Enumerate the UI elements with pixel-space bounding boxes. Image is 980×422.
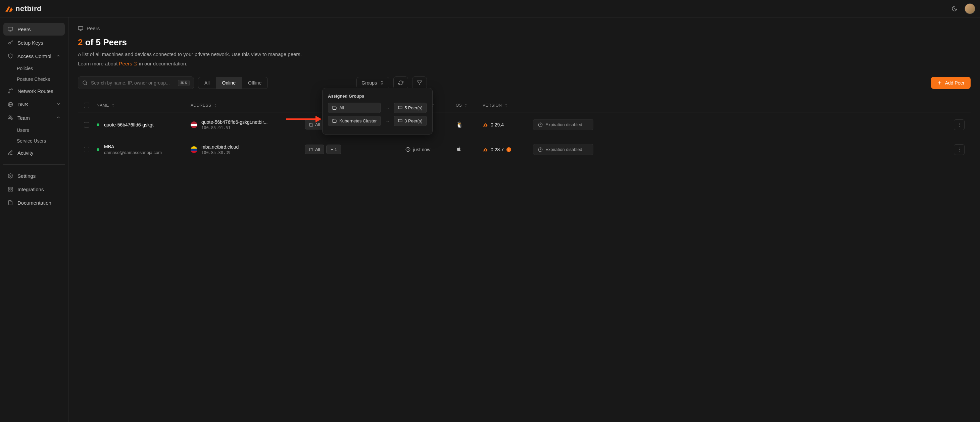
folder-icon	[332, 106, 337, 110]
sort-icon	[464, 103, 468, 107]
pencil-icon	[7, 150, 13, 155]
more-vertical-icon	[956, 122, 962, 127]
sidebar-item-integrations[interactable]: Integrations	[3, 183, 65, 195]
col-version[interactable]: VERSION	[483, 103, 533, 108]
status-online-icon	[97, 124, 99, 126]
folder-icon	[309, 148, 313, 152]
group-extra-chip[interactable]: + 1	[326, 144, 341, 154]
svg-rect-25	[398, 106, 402, 109]
count-suffix: Peers	[103, 37, 127, 47]
toolbar: ⌘ K All Online Offline Groups Add Peer	[78, 76, 970, 89]
group-chip[interactable]: All	[305, 144, 324, 154]
row-actions-button[interactable]	[954, 119, 964, 130]
docs-link[interactable]: Peers	[119, 61, 138, 67]
sidebar-item-access-control[interactable]: Access Control	[3, 50, 65, 62]
arrow-icon: →	[385, 118, 390, 124]
sidebar-sub-users[interactable]: Users	[3, 125, 65, 135]
page-description-2: Learn more about Peers in our documentat…	[78, 60, 970, 68]
route-icon	[7, 88, 13, 94]
popover-row: All → 5 Peer(s)	[328, 103, 427, 113]
filter-button[interactable]	[412, 76, 427, 89]
svg-rect-0	[8, 27, 13, 30]
doc-icon	[7, 200, 13, 206]
status-online-icon	[97, 148, 99, 151]
sidebar-item-label: Peers	[18, 27, 30, 32]
sidebar-item-documentation[interactable]: Documentation	[3, 196, 65, 209]
row-actions-button[interactable]	[954, 144, 964, 155]
svg-point-31	[959, 126, 959, 127]
sidebar-sub-posture-checks[interactable]: Posture Checks	[3, 74, 65, 84]
shield-icon	[7, 53, 13, 59]
user-avatar[interactable]	[964, 3, 975, 14]
brand-logo[interactable]: netbird	[5, 4, 41, 13]
filtered-count: 2	[78, 37, 83, 47]
svg-point-20	[83, 81, 87, 84]
monitor-icon	[78, 26, 83, 31]
key-icon	[7, 40, 13, 46]
sidebar-item-settings[interactable]: Settings	[3, 170, 65, 182]
svg-line-19	[135, 62, 137, 64]
assigned-groups-popover: Assigned Groups All → 5 Peer(s) Kubernet…	[322, 88, 433, 135]
sidebar-item-label: Setup Keys	[18, 40, 43, 46]
clock-icon	[406, 147, 410, 152]
expiration-chip[interactable]: Expiration disabled	[533, 119, 593, 130]
sidebar-item-team[interactable]: Team	[3, 111, 65, 124]
sort-icon	[213, 103, 218, 107]
refresh-icon	[398, 80, 403, 86]
version-value: 0.29.4	[491, 122, 504, 127]
refresh-button[interactable]	[393, 76, 408, 89]
folder-icon	[309, 123, 313, 127]
chevron-up-icon	[56, 115, 61, 121]
sidebar-sub-service-users[interactable]: Service Users	[3, 135, 65, 146]
col-address[interactable]: ADDRESS	[191, 103, 305, 108]
apple-icon	[456, 146, 462, 152]
moon-icon	[951, 6, 958, 12]
flag-ve-icon	[191, 146, 197, 153]
sidebar-item-peers[interactable]: Peers	[3, 23, 65, 36]
monitor-icon	[7, 26, 13, 32]
add-peer-button[interactable]: Add Peer	[931, 77, 970, 89]
seg-all[interactable]: All	[198, 77, 216, 89]
table-row[interactable]: quote-56b476ffd6-gskgt quote-56b476ffd6-…	[78, 113, 970, 137]
peer-hostname: mba.netbird.cloud	[201, 144, 239, 150]
sidebar-item-network-routes[interactable]: Network Routes	[3, 84, 65, 97]
update-available-icon: ↑	[506, 147, 511, 152]
group-pill-all[interactable]: All	[328, 103, 381, 113]
sidebar-item-activity[interactable]: Activity	[3, 146, 65, 159]
search-box[interactable]: ⌘ K	[78, 76, 194, 89]
peer-count-pill: 5 Peer(s)	[394, 103, 426, 113]
row-checkbox[interactable]	[84, 122, 89, 127]
sidebar: Peers Setup Keys Access Control Policies…	[0, 17, 68, 422]
svg-point-34	[959, 148, 959, 148]
svg-rect-26	[398, 119, 402, 122]
brand-name: netbird	[16, 4, 41, 13]
peer-name: MBA	[104, 144, 162, 149]
seg-online[interactable]: Online	[216, 77, 242, 89]
col-os[interactable]: OS	[456, 103, 483, 108]
svg-marker-22	[417, 81, 422, 85]
groups-dropdown[interactable]: Groups	[356, 77, 389, 89]
table-row[interactable]: MBA damaso@damasosanoja.com mba.netbird.…	[78, 137, 970, 162]
group-pill-kubernetes[interactable]: Kubernetes Cluster	[328, 116, 381, 126]
seg-offline[interactable]: Offline	[242, 77, 267, 89]
svg-rect-16	[78, 27, 83, 30]
row-checkbox[interactable]	[84, 147, 89, 152]
users-icon	[7, 115, 13, 121]
select-all-checkbox[interactable]	[84, 103, 89, 108]
theme-toggle[interactable]	[950, 4, 959, 13]
group-chip[interactable]: All	[305, 120, 324, 130]
col-name[interactable]: NAME	[97, 103, 191, 108]
svg-point-10	[9, 116, 10, 117]
sidebar-item-dns[interactable]: DNS	[3, 98, 65, 111]
peer-name: quote-56b476ffd6-gskgt	[104, 122, 154, 127]
svg-point-11	[10, 175, 11, 176]
svg-point-36	[959, 151, 959, 151]
search-input[interactable]	[91, 80, 175, 86]
sidebar-item-label: Settings	[18, 173, 36, 179]
expiration-chip[interactable]: Expiration disabled	[533, 144, 593, 155]
svg-rect-13	[11, 187, 13, 189]
popover-row: Kubernetes Cluster → 3 Peer(s)	[328, 116, 427, 126]
sidebar-item-setup-keys[interactable]: Setup Keys	[3, 36, 65, 49]
svg-line-21	[86, 84, 87, 85]
sidebar-sub-policies[interactable]: Policies	[3, 63, 65, 74]
